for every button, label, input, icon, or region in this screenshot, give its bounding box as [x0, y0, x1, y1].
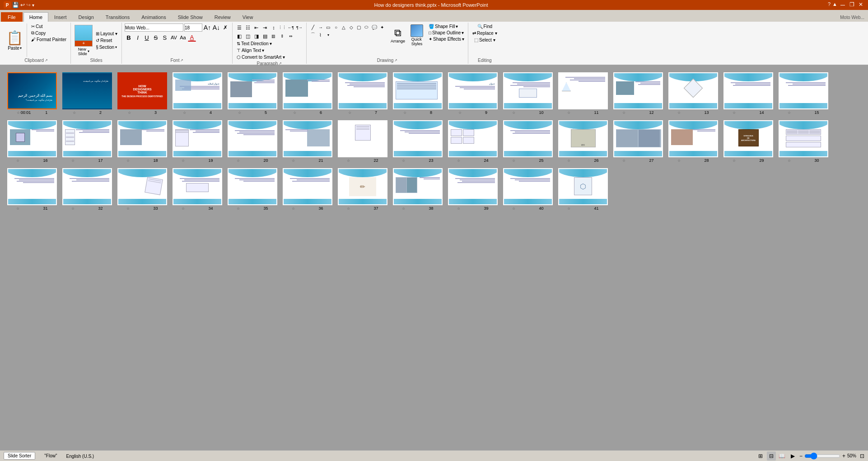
change-case-button[interactable]: Aa — [179, 33, 187, 42]
shape-effects-button[interactable]: ✦ Shape Effects ▾ — [428, 36, 465, 42]
close-button[interactable]: ✕ — [857, 1, 864, 9]
shape-outline-button[interactable]: □ Shape Outline ▾ — [428, 30, 465, 36]
numbered-button[interactable]: ☷ — [244, 24, 252, 32]
line-spacing-button[interactable]: ↕ — [270, 24, 278, 32]
italic-button[interactable]: I — [134, 33, 142, 42]
freeform-shape[interactable]: ⌇ — [317, 31, 324, 38]
flow-tab[interactable]: "Flow" — [41, 452, 61, 459]
slide-thumb-32[interactable]: ☆ 32 — [62, 168, 112, 211]
slide-thumb-10[interactable]: ☆ 10 — [503, 72, 553, 115]
slide-thumb-4[interactable]: عنوان اسلاید ☆ 4 — [173, 72, 222, 115]
slide-inner-15[interactable] — [779, 72, 828, 109]
slide-thumb-5[interactable]: ☆ 5 — [228, 72, 277, 115]
slide-thumb-9[interactable]: عنوان ☆ 9 — [448, 72, 498, 115]
align-right-button[interactable]: ◨ — [252, 32, 261, 40]
restore-button[interactable]: ❐ — [848, 1, 855, 9]
tab-review[interactable]: Review — [209, 12, 237, 22]
left-to-right-button[interactable]: ¶→ — [295, 24, 303, 32]
qat-redo[interactable]: ↪ — [26, 2, 31, 8]
slide-inner-26[interactable]: 建筑 — [558, 120, 608, 157]
select-button[interactable]: ⬚ Select ▾ — [473, 37, 497, 43]
slide-inner-22[interactable] — [338, 120, 387, 157]
slide-thumb-29[interactable]: VITRUVIUSDEARCHITECTURA ☆ 29 — [723, 120, 773, 163]
decrease-indent-button[interactable]: ⇤ — [252, 24, 261, 32]
slide-thumb-15[interactable]: ☆ 15 — [779, 72, 828, 115]
slide-thumb-8[interactable]: ☆ 8 — [393, 72, 443, 115]
slide-inner-19[interactable] — [173, 120, 222, 157]
spacing-button[interactable]: AV — [170, 33, 178, 42]
slide-thumb-33[interactable]: ☆ 33 — [117, 168, 167, 211]
slide-thumb-24[interactable]: ☆ 24 — [448, 120, 498, 163]
slide-sorter[interactable]: بسم الله الرحمن الرحيم طراحان چگونه می ا… — [0, 65, 868, 450]
spacing2-button[interactable]: ⇔ — [287, 32, 295, 40]
slide-thumb-19[interactable]: ☆ 19 — [173, 120, 222, 163]
tab-insert[interactable]: Insert — [48, 12, 73, 22]
tab-design[interactable]: Design — [73, 12, 100, 22]
strikethrough-button[interactable]: S — [152, 33, 160, 42]
slide-thumb-20[interactable]: ☆ 20 — [228, 120, 277, 163]
slide-thumb-11[interactable]: ☆ 11 — [558, 72, 608, 115]
cut-button[interactable]: ✂ Cut — [30, 24, 68, 29]
line-shape[interactable]: ╱ — [309, 24, 317, 31]
tab-view[interactable]: View — [237, 12, 259, 22]
bold-button[interactable]: B — [125, 33, 133, 42]
zoom-out-button[interactable]: − — [799, 453, 803, 459]
fit-slide-button[interactable]: ⊡ — [860, 453, 864, 459]
tab-home[interactable]: Home — [23, 12, 48, 22]
drawing-expand[interactable]: ↗ — [394, 58, 397, 62]
replace-button[interactable]: ⇄ Replace ▾ — [471, 30, 498, 36]
slide-thumb-37[interactable]: ✏ ☆ 37 — [338, 168, 387, 211]
slide-thumb-17[interactable]: ☆ 17 — [62, 120, 112, 163]
slide-thumb-36[interactable]: ☆ 36 — [283, 168, 332, 211]
view-normal-button[interactable]: ⊞ — [756, 452, 765, 461]
increase-font-button[interactable]: A↑ — [203, 24, 211, 32]
slide-inner-34[interactable] — [173, 168, 222, 205]
slide-thumb-39[interactable]: ☆ 39 — [448, 168, 498, 211]
zoom-slider[interactable] — [804, 453, 840, 459]
slide-inner-14[interactable] — [723, 72, 773, 109]
slide-thumb-25[interactable]: ☆ 25 — [503, 120, 553, 163]
slide-thumb-7[interactable]: ☆ 7 — [338, 72, 387, 115]
slide-inner-37[interactable]: ✏ — [338, 168, 387, 205]
slide-thumb-12[interactable]: ☆ 12 — [613, 72, 663, 115]
slide-inner-36[interactable] — [283, 168, 332, 205]
slide-thumb-18[interactable]: ☆ 18 — [117, 120, 167, 163]
copy-button[interactable]: ⧉ Copy — [30, 30, 68, 36]
increase-indent-button[interactable]: ⇥ — [261, 24, 269, 32]
star-shape[interactable]: ✦ — [378, 24, 386, 31]
new-slide-dropdown[interactable]: ▾ — [88, 49, 89, 53]
slide-inner-12[interactable] — [613, 72, 663, 109]
slide-thumb-23[interactable]: ☆ 23 — [393, 120, 443, 163]
slide-inner-21[interactable] — [283, 120, 332, 157]
slide-thumb-27[interactable]: ☆ 27 — [613, 120, 663, 163]
slide-thumb-13[interactable]: ☆ 13 — [668, 72, 718, 115]
shadow-button[interactable]: S — [161, 33, 169, 42]
callout-shape[interactable]: 💬 — [371, 24, 378, 31]
new-slide-button[interactable]: + NewSlide ▾ — [74, 24, 93, 57]
layout-button[interactable]: ⊞Layout ▾ — [94, 31, 119, 37]
cylinder-shape[interactable]: ⬭ — [363, 24, 370, 31]
slide-inner-27[interactable] — [613, 120, 663, 157]
slide-inner-18[interactable] — [117, 120, 167, 157]
rect-shape[interactable]: ▭ — [325, 24, 332, 31]
quick-styles-button[interactable]: QuickStyles — [409, 24, 425, 47]
slide-sorter-tab[interactable]: Slide Sorter — [4, 452, 35, 460]
slide-thumb-3[interactable]: HOW DESIGNERS THINK THE DESIGN PROCESS D… — [117, 72, 167, 115]
rounded-rect-shape[interactable]: ▢ — [355, 24, 363, 31]
clipboard-expand[interactable]: ↗ — [45, 58, 48, 62]
slide-inner-16[interactable] — [7, 120, 57, 157]
reset-button[interactable]: ↺Reset — [94, 38, 119, 43]
slide-thumb-30[interactable]: ☆ 30 — [779, 120, 828, 163]
slide-thumb-14[interactable]: ☆ 14 — [723, 72, 773, 115]
slide-inner-30[interactable] — [779, 120, 828, 157]
align-text-button[interactable]: ⊤ Align Text ▾ — [235, 47, 286, 53]
minimize-button[interactable]: ─ — [839, 1, 846, 9]
slide-inner-28[interactable] — [668, 120, 718, 157]
slide-thumb-16[interactable]: ☆ 16 — [7, 120, 57, 163]
clear-format-button[interactable]: ✗ — [221, 24, 229, 32]
slide-inner-40[interactable] — [503, 168, 553, 205]
slide-thumb-6[interactable]: ☆ 6 — [283, 72, 332, 115]
arrow-shape[interactable]: → — [317, 24, 324, 31]
slide-inner-23[interactable] — [393, 120, 443, 157]
font-color-button[interactable]: A — [188, 33, 196, 42]
